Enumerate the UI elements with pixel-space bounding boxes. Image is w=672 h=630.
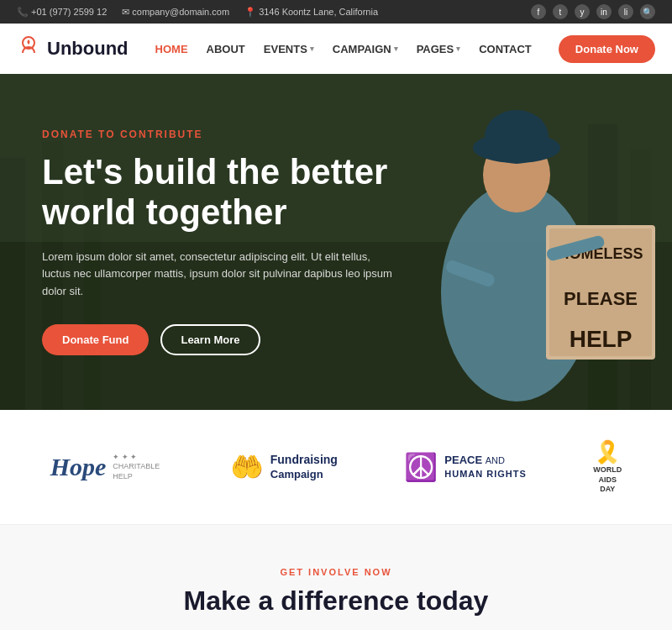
phone-info: 📞 +01 (977) 2599 12 <box>17 7 107 18</box>
section-title: Make a difference today <box>17 585 655 617</box>
hero-buttons: Donate Fund Learn More <box>42 324 395 355</box>
address-info: 📍 3146 Koontz Lane, California <box>244 7 378 18</box>
pages-arrow-icon: ▾ <box>456 45 460 53</box>
donate-fund-button[interactable]: Donate Fund <box>42 324 149 355</box>
nav-campaign[interactable]: CAMPAIGN ▾ <box>333 43 398 55</box>
hero-description: Lorem ipsum dolor sit amet, consectetur … <box>42 249 395 301</box>
top-bar: 📞 +01 (977) 2599 12 ✉ company@domain.com… <box>0 0 672 24</box>
partner-fundraising: 🤲 Fundraising Campaign <box>230 451 338 483</box>
ribbon-icon: 🎗️ <box>594 439 621 465</box>
donate-now-button[interactable]: Donate Now <box>559 35 655 63</box>
linkedin-icon[interactable]: li <box>618 4 633 19</box>
svg-text:PLEASE: PLEASE <box>564 288 638 309</box>
instagram-icon[interactable]: in <box>596 4 612 19</box>
peace-icon: ☮️ <box>404 451 438 483</box>
nav-about[interactable]: ABOUT <box>207 43 245 55</box>
youtube-icon[interactable]: y <box>575 4 590 19</box>
nav-home[interactable]: HOME <box>155 43 188 55</box>
nav-pages[interactable]: PAGES ▾ <box>417 43 461 55</box>
navbar: Unbound HOME ABOUT EVENTS ▾ CAMPAIGN ▾ P… <box>0 24 672 74</box>
campaign-arrow-icon: ▾ <box>394 45 398 53</box>
fundraising-hand-icon: 🤲 <box>230 451 264 483</box>
logo-icon <box>17 34 40 63</box>
partner-peace: ☮️ PEACE and HUMAN RIGHTS <box>404 451 527 483</box>
hero-section: HOMELESS PLEASE HELP DONATE TO CONTRIBUT… <box>0 74 672 410</box>
nav-menu: HOME ABOUT EVENTS ▾ CAMPAIGN ▾ PAGES ▾ C… <box>155 43 532 55</box>
partners-section: Hope ✦ ✦ ✦ CHARITABLE HELP 🤲 Fundraising… <box>0 410 672 525</box>
svg-point-13 <box>485 110 549 164</box>
partner-aids-day: 🎗️ WorldAIDSDay <box>593 439 622 495</box>
email-info: ✉ company@domain.com <box>122 7 229 18</box>
nav-events[interactable]: EVENTS ▾ <box>264 43 314 55</box>
events-arrow-icon: ▾ <box>310 45 314 53</box>
hero-content: DONATE TO CONTRIBUTE Let's build the bet… <box>0 95 437 389</box>
search-icon[interactable]: 🔍 <box>640 4 655 19</box>
logo[interactable]: Unbound <box>17 34 129 63</box>
nav-contact[interactable]: CONTACT <box>479 43 532 55</box>
hero-title: Let's build the better world together <box>42 152 395 234</box>
learn-more-button[interactable]: Learn More <box>160 324 260 355</box>
facebook-icon[interactable]: f <box>531 4 546 19</box>
top-bar-contact: 📞 +01 (977) 2599 12 ✉ company@domain.com… <box>17 7 378 18</box>
get-involved-section: GET INVOLVE NOW Make a difference today <box>0 525 672 630</box>
social-links[interactable]: f t y in li 🔍 <box>531 4 655 19</box>
svg-text:HELP: HELP <box>570 326 633 352</box>
logo-text: Unbound <box>47 38 129 60</box>
section-tag: GET INVOLVE NOW <box>17 567 655 577</box>
hero-subtitle: DONATE TO CONTRIBUTE <box>42 129 395 140</box>
partner-hope: Hope ✦ ✦ ✦ CHARITABLE HELP <box>50 453 164 482</box>
twitter-icon[interactable]: t <box>553 4 568 19</box>
